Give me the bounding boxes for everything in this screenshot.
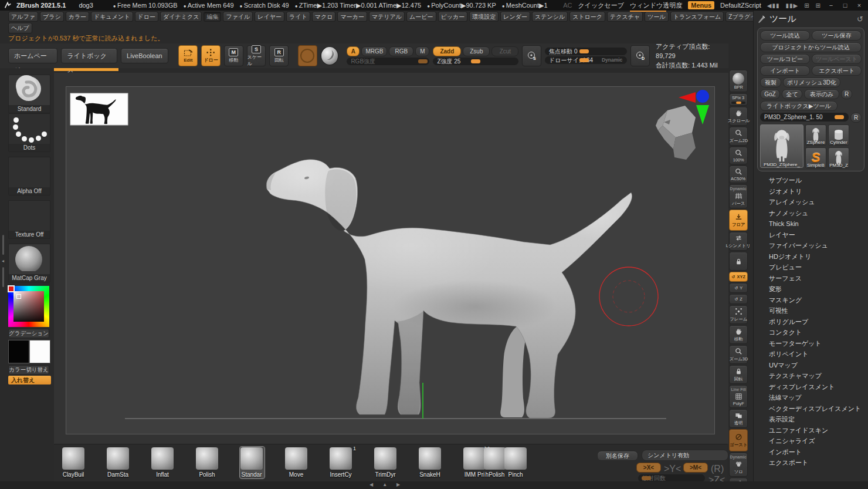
tool-subpalette[interactable]: ディスプレイスメント [754,382,868,393]
zsub-button[interactable]: Zsub [463,46,490,56]
brush-slot[interactable]: ClayBuil [62,447,86,478]
menu-item[interactable]: マーカー [337,12,367,22]
secondary-color-swatch[interactable] [29,340,50,363]
tool-subpalette[interactable]: プレビュー [754,262,868,273]
slider-handle[interactable] [579,58,589,62]
tool-thumbnail-zsphere[interactable]: ZSphere [805,124,826,146]
transparent-button[interactable]: 透明 [729,409,748,428]
aa-half-button[interactable]: AC50% [729,166,748,183]
rotate-constraint-xyz-button[interactable]: ↺XYZ [729,272,748,282]
tool-subpalette[interactable]: モーフターゲット [754,338,868,349]
palette-history-icon[interactable]: ↺ [857,15,863,23]
slider-handle[interactable] [471,59,480,63]
load-tool-from-project-button[interactable]: プロジェクトからツール読込 [760,42,862,52]
liveboolean-button[interactable]: LiveBoolean [121,48,168,63]
export-button[interactable]: エクスポート [812,66,862,76]
spix-slider-track[interactable] [731,102,745,104]
menu-item[interactable]: ステンシル [532,12,568,22]
symmetry-y-button[interactable]: >Y< [664,464,681,474]
stroke-indicator-button[interactable]: S [522,45,541,66]
divider-left-arrow-icon[interactable]: ◀ [369,482,373,487]
load-tool-button[interactable]: ツール読込 [760,31,810,41]
document-canvas[interactable] [54,73,728,444]
menu-item[interactable]: ツール [645,12,668,22]
z-intensity-slider[interactable]: Z強度 25 [433,58,518,65]
minimize-button[interactable]: − [827,2,835,9]
current-brush-button[interactable] [298,45,317,66]
a-toggle-button[interactable]: A [347,46,360,56]
zcut-button[interactable]: Zcut [491,46,518,56]
symmetry-x-button[interactable]: >X< [636,463,661,473]
menu-item[interactable]: 環境設定 [469,12,499,22]
brush-slot[interactable]: 1 InsertCy [329,447,354,478]
active-tool-thumbnail[interactable]: PM3D_ZSphere_ [760,124,803,168]
divider-up-arrow-icon[interactable]: ▲ [382,482,387,487]
tool-palette-title[interactable]: ツール [769,14,796,25]
current-texture-thumbnail[interactable]: Texture Off [8,200,50,239]
current-alpha-thumbnail[interactable]: Alpha Off [8,157,50,195]
tool-subpalette[interactable]: ポリグループ [754,316,868,328]
ui-layout-icon[interactable]: ⊞ [804,2,809,9]
solo-button[interactable]: Dynamic ソロ [729,453,748,477]
left-tray-toggle-icon[interactable]: ◀▮▮ [767,2,780,9]
tool-subpalette[interactable]: マスキング [754,295,868,306]
tool-subpalette[interactable]: サブツール [754,175,868,186]
tool-subpalette[interactable]: アレイメッシュ [754,197,868,208]
quicksave-button[interactable]: クイックセーブ [578,1,624,10]
menu-item[interactable]: ムービー [406,12,436,22]
tool-thumbnail-cylinder[interactable]: Cylinder [828,124,849,146]
ghost-transparency-button[interactable]: ゴースト [729,429,748,451]
restore-button[interactable]: □ [841,2,849,9]
rotate-camera-button[interactable]: 回転 [729,365,748,384]
brush-slot[interactable]: Standar [240,447,265,478]
floor-grid-button[interactable]: フロア [729,210,748,231]
tool-subpalette[interactable]: 法線マップ [754,392,868,403]
tool-subpalette[interactable]: HDジオメトリ [754,251,868,262]
current-material-button[interactable] [321,46,339,65]
tool-subpalette[interactable]: ファイバーメッシュ [754,240,868,251]
zoom3d-button[interactable]: ズーム3D [729,345,748,364]
goz-r-button[interactable]: R [841,89,852,99]
duplicate-button[interactable]: 複製 [760,77,781,87]
tool-subpalette[interactable]: コンタクト [754,327,868,338]
menu-item[interactable]: ピッカー [438,12,468,22]
ui-layout2-icon[interactable]: ⊞ [816,2,821,9]
bpr-render-button[interactable]: BPR [729,70,748,92]
window-opacity-slider[interactable]: ウィンドウ透明度 [630,1,682,10]
tool-subpalette[interactable]: 表示設定 [754,414,868,425]
dots-stroke-button[interactable]: D [630,45,650,66]
actual-size-button[interactable]: 100% [729,147,748,164]
tool-subpalette[interactable]: ユニファイドスキン [754,425,868,436]
menus-toggle-button[interactable]: Menus [688,1,714,9]
menu-item[interactable]: ダイナミクス [160,12,202,22]
brush-slot[interactable]: TrimDyr [374,447,398,478]
goz-visible-button[interactable]: 表示のみ [804,89,839,99]
color-picker[interactable] [8,286,49,327]
zadd-button[interactable]: Zadd [433,46,461,56]
brush-slot[interactable]: DamSta [106,447,131,478]
slider-handle[interactable] [418,59,428,63]
tool-thumbnail-simplebrush[interactable]: S SimpleB [805,147,826,168]
rotation-lock-button[interactable] [729,252,748,271]
m-button[interactable]: M [415,46,429,56]
menu-item[interactable]: ドキュメント [91,12,133,22]
polyframe-button[interactable]: Line Fill PolyF [729,385,748,408]
move-camera-button[interactable]: 移動 [729,325,748,344]
scroll-canvas-button[interactable]: スクロール [729,107,748,126]
tool-subpalette[interactable]: インポート [754,447,868,458]
scale-mode-button[interactable]: S スケール [247,45,266,66]
save-tool-button[interactable]: ツール保存 [812,31,862,41]
spix-antialias-slider[interactable]: SPix 3 [729,93,748,106]
import-button[interactable]: インポート [760,66,810,76]
current-stroke-thumbnail[interactable]: Dots [8,113,50,152]
edit-mode-button[interactable]: Edit [178,45,198,66]
symmetry-enable-button[interactable]: シンメトリ有効 [642,450,728,461]
tool-subpalette[interactable]: ベクターディスプレイスメント [754,403,868,414]
slider-handle[interactable] [579,49,589,53]
current-material-thumbnail[interactable]: MatCap Gray [8,244,50,282]
mrgb-button[interactable]: MRGB [361,46,387,56]
perspective-button[interactable]: Dynamic パース [729,184,748,208]
close-button[interactable]: × [855,2,863,9]
menu-item[interactable]: ブラシ [40,12,64,22]
tool-subpalette[interactable]: UVマップ [754,360,868,371]
